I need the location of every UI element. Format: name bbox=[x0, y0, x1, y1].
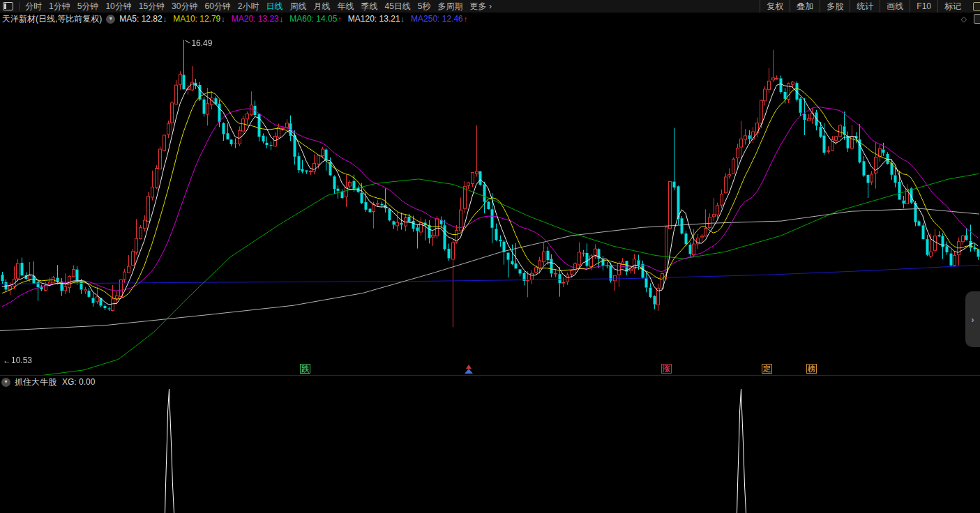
chart-tag-涨[interactable]: 涨 bbox=[661, 364, 672, 374]
down-arrow-icon: ↓ bbox=[280, 15, 284, 23]
toolbar-item[interactable]: 画线 bbox=[880, 0, 910, 13]
separator bbox=[19, 2, 20, 10]
menu-item[interactable]: 5分钟 bbox=[74, 0, 103, 13]
menu-right: 复权叠加多股统计画线F10标记 bbox=[760, 0, 967, 13]
toolbar-item[interactable]: 叠加 bbox=[790, 0, 820, 13]
chart-tag-跌[interactable]: 跌 bbox=[300, 364, 310, 374]
menu-left: 分时1分钟5分钟10分钟15分钟30分钟60分钟2小时日线周线月线年线季线45日… bbox=[22, 0, 495, 13]
indicator-name: 抓住大牛股 bbox=[15, 376, 56, 388]
candlestick-chart[interactable] bbox=[0, 25, 980, 375]
menu-item[interactable]: 30分钟 bbox=[168, 0, 201, 13]
diamond-icon[interactable]: ◇ bbox=[961, 13, 967, 25]
main-chart-area: › 跌涨定榜 bbox=[0, 25, 980, 375]
peak-flag-icon bbox=[465, 365, 473, 374]
indicator-value: XG: 0.00 bbox=[62, 376, 95, 388]
title-bar: 天洋新材(日线,等比前复权) ▾ MA5: 12.82↓MA10: 12.79↓… bbox=[0, 13, 980, 25]
menu-item[interactable]: 5秒 bbox=[414, 0, 435, 13]
menu-item[interactable]: 周线 bbox=[287, 0, 310, 13]
menu-item[interactable]: 60分钟 bbox=[201, 0, 234, 13]
chevron-down-icon[interactable]: ▾ bbox=[1, 378, 10, 387]
menu-item[interactable]: 45日线 bbox=[382, 0, 414, 13]
menu-item[interactable]: 多周期 bbox=[435, 0, 467, 13]
title-bar-right: ◇ bbox=[961, 13, 980, 25]
menu-item[interactable]: 日线 bbox=[263, 0, 287, 13]
mini-window-icon[interactable] bbox=[974, 14, 980, 24]
ma-labels: MA5: 12.82↓MA10: 12.79↓MA20: 13.23↓MA60:… bbox=[119, 13, 474, 25]
up-arrow-icon: ↑ bbox=[338, 15, 342, 23]
menu-item[interactable]: 15分钟 bbox=[135, 0, 168, 13]
menu-item[interactable]: 月线 bbox=[310, 0, 334, 13]
ma-label-ma20: MA20: 13.23↓ bbox=[232, 13, 284, 25]
ma-label-ma10: MA10: 12.79↓ bbox=[173, 13, 225, 25]
menu-item[interactable]: 更多 › bbox=[467, 0, 495, 13]
menu-item[interactable]: 2小时 bbox=[234, 0, 263, 13]
down-arrow-icon: ↓ bbox=[401, 15, 405, 23]
window-toggle-icon[interactable] bbox=[3, 2, 13, 10]
down-arrow-icon: ↓ bbox=[221, 15, 225, 23]
toolbar-item[interactable]: 标记 bbox=[937, 0, 967, 13]
instrument-title: 天洋新材(日线,等比前复权) bbox=[2, 13, 102, 25]
ma-label-ma60: MA60: 14.05↑ bbox=[289, 13, 342, 25]
ma-label-ma250: MA250: 12.46↑ bbox=[411, 13, 467, 25]
menu-item[interactable]: 年线 bbox=[334, 0, 358, 13]
chevron-down-icon[interactable]: ▾ bbox=[106, 15, 115, 24]
toolbar-item[interactable]: 统计 bbox=[850, 0, 880, 13]
menu-item[interactable]: 分时 bbox=[22, 0, 45, 13]
indicator-chart[interactable] bbox=[0, 388, 980, 513]
toolbar-item[interactable]: 多股 bbox=[820, 0, 850, 13]
toolbar-item[interactable]: 复权 bbox=[760, 0, 790, 13]
side-panel-toggle[interactable]: › bbox=[965, 291, 980, 347]
ma-label-ma5: MA5: 12.82↓ bbox=[119, 13, 167, 25]
up-arrow-icon: ↑ bbox=[464, 15, 468, 23]
indicator-header: ▾ 抓住大牛股 XG: 0.00 bbox=[0, 375, 980, 388]
ma-label-ma120: MA120: 13.21↓ bbox=[348, 13, 405, 25]
toolbar-item[interactable]: F10 bbox=[910, 0, 937, 13]
chart-tag-定[interactable]: 定 bbox=[762, 364, 772, 374]
menu-item[interactable]: 1分钟 bbox=[45, 0, 74, 13]
chart-tag-榜[interactable]: 榜 bbox=[806, 364, 817, 374]
top-menu-bar: 分时1分钟5分钟10分钟15分钟30分钟60分钟2小时日线周线月线年线季线45日… bbox=[0, 0, 980, 13]
down-arrow-icon: ↓ bbox=[163, 15, 167, 23]
menu-item[interactable]: 10分钟 bbox=[102, 0, 135, 13]
new-window-icon[interactable] bbox=[973, 2, 980, 11]
menu-item[interactable]: 季线 bbox=[358, 0, 382, 13]
